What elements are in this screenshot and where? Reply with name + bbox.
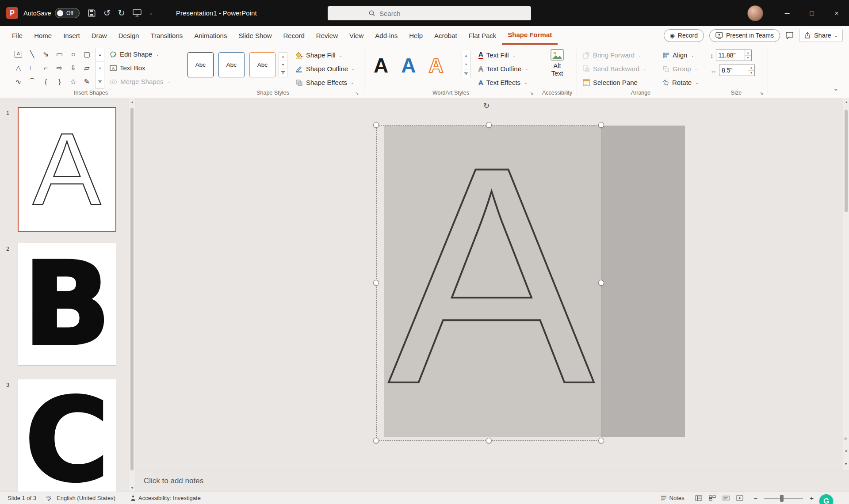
normal-view-button[interactable] <box>695 495 702 501</box>
bring-forward-button[interactable]: Bring Forward ⌄ <box>583 48 646 62</box>
tab-home[interactable]: Home <box>28 26 57 45</box>
tab-insert[interactable]: Insert <box>57 26 86 45</box>
tab-help[interactable]: Help <box>403 26 428 45</box>
previous-slide-button[interactable]: « <box>843 436 849 441</box>
text-box-button[interactable]: A Text Box <box>110 61 170 75</box>
shape-style-preview-3[interactable]: Abc <box>249 52 275 77</box>
gallery-up-icon[interactable]: ▴ <box>462 51 470 60</box>
tab-slide-show[interactable]: Slide Show <box>233 26 277 45</box>
merge-shapes-button[interactable]: Merge Shapes ⌄ <box>110 75 170 88</box>
gallery-down-icon[interactable]: ▾ <box>279 61 287 69</box>
thumbnail-scrollbar-thumb[interactable] <box>130 108 134 470</box>
wordart-preview-2[interactable]: A <box>401 55 416 76</box>
tab-design[interactable]: Design <box>113 26 145 45</box>
canvas-scroll-down-icon[interactable]: ▾ <box>843 461 849 466</box>
shape-fill-button[interactable]: Shape Fill ⌄ <box>295 48 355 62</box>
tab-shape-format[interactable]: Shape Format <box>502 26 558 45</box>
redo-icon[interactable]: ↻ <box>118 9 125 17</box>
resize-handle-top-center[interactable] <box>486 122 492 128</box>
maximize-button[interactable]: □ <box>799 0 824 26</box>
gallery-down-icon[interactable]: ▾ <box>96 61 104 75</box>
shape-style-preview-2[interactable]: Abc <box>218 52 245 77</box>
present-in-teams-button[interactable]: Present in Teams <box>709 29 780 42</box>
spell-check-button[interactable]: abc <box>46 495 53 501</box>
shape-styles-dialog-launcher-icon[interactable]: ↘ <box>355 91 359 95</box>
rounded-rectangle-shape-icon[interactable]: ▢ <box>84 51 90 58</box>
gallery-down-icon[interactable]: ▾ <box>462 60 470 69</box>
language-indicator[interactable]: English (United States) <box>57 495 115 501</box>
resize-handle-middle-right[interactable] <box>598 280 604 286</box>
edit-shape-button[interactable]: Edit Shape ⌄ <box>110 47 170 61</box>
comments-icon[interactable] <box>785 31 794 39</box>
left-brace-shape-icon[interactable]: { <box>45 79 47 85</box>
line-shape-icon[interactable]: ╲ <box>30 51 34 58</box>
width-step-up-icon[interactable]: ▲ <box>748 65 754 70</box>
tab-record[interactable]: Record <box>277 26 310 45</box>
zoom-out-button[interactable]: − <box>753 494 757 502</box>
gallery-more-icon[interactable]: ▾ <box>96 75 104 88</box>
shape-height-input[interactable] <box>716 50 745 61</box>
record-button[interactable]: ◉ Record <box>664 29 704 42</box>
wordart-preview-1[interactable]: A <box>374 55 388 76</box>
thumb-scroll-down-icon[interactable]: ▾ <box>129 486 135 490</box>
canvas-scroll-up-icon[interactable]: ▴ <box>843 100 849 104</box>
minimize-button[interactable]: ─ <box>775 0 799 26</box>
resize-handle-top-right[interactable] <box>598 122 604 128</box>
gallery-more-icon[interactable]: ▾ <box>279 69 287 77</box>
alt-text-button[interactable]: Alt Text <box>543 48 571 77</box>
zoom-in-button[interactable]: + <box>810 494 814 502</box>
slideshow-view-button[interactable] <box>736 495 743 501</box>
triangle-shape-icon[interactable]: △ <box>15 65 21 72</box>
resize-handle-top-left[interactable] <box>373 122 379 128</box>
width-step-down-icon[interactable]: ▼ <box>748 70 754 76</box>
slide-indicator[interactable]: Slide 1 of 3 <box>8 495 36 501</box>
share-button[interactable]: Share ⌄ <box>799 29 843 42</box>
rectangle-shape-icon[interactable]: ▭ <box>56 51 63 58</box>
undo-icon[interactable]: ↺ <box>103 9 111 17</box>
zoom-slider-thumb[interactable] <box>780 495 784 502</box>
shape-outline-button[interactable]: Shape Outline ⌄ <box>295 62 355 76</box>
resize-handle-middle-left[interactable] <box>373 280 379 286</box>
next-slide-button[interactable]: « <box>843 448 849 454</box>
resize-handle-bottom-right[interactable] <box>598 438 604 443</box>
close-button[interactable]: × <box>824 0 849 26</box>
text-box-shape-icon[interactable]: A <box>15 51 22 57</box>
right-arrow-shape-icon[interactable]: ⇨ <box>57 65 62 72</box>
canvas-scrollbar[interactable]: ▴ <box>843 98 849 470</box>
shape-style-preview-1[interactable]: Abc <box>187 52 214 77</box>
tab-view[interactable]: View <box>344 26 369 45</box>
user-avatar[interactable] <box>747 5 763 21</box>
tab-acrobat[interactable]: Acrobat <box>428 26 463 45</box>
tab-draw[interactable]: Draw <box>86 26 113 45</box>
search-input[interactable] <box>379 10 503 17</box>
group-button[interactable]: Group ⌄ <box>662 62 699 76</box>
align-button[interactable]: Align ⌄ <box>662 48 699 62</box>
parallelogram-shape-icon[interactable]: ▱ <box>84 65 89 72</box>
slide-canvas[interactable]: A ↻ ▴ « « ▾ <box>135 98 849 470</box>
gallery-more-icon[interactable]: ▾ <box>462 69 470 78</box>
text-outline-button[interactable]: A Text Outline ⌄ <box>478 62 528 76</box>
send-backward-button[interactable]: Send Backward ⌄ <box>583 62 646 76</box>
gallery-up-icon[interactable]: ▴ <box>96 48 104 61</box>
shape-effects-button[interactable]: Shape Effects ⌄ <box>295 76 355 89</box>
oval-shape-icon[interactable]: ○ <box>71 51 76 58</box>
reading-view-button[interactable] <box>723 495 730 501</box>
resize-handle-bottom-left[interactable] <box>373 438 379 443</box>
arc-shape-icon[interactable]: ⌒ <box>29 78 36 85</box>
powerpoint-logo-icon[interactable]: P <box>6 7 18 19</box>
rotate-button[interactable]: Rotate ⌄ <box>662 76 699 89</box>
elbow-connector-shape-icon[interactable]: ∟ <box>29 65 36 72</box>
tab-animations[interactable]: Animations <box>188 26 233 45</box>
height-step-down-icon[interactable]: ▼ <box>745 55 751 61</box>
size-dialog-launcher-icon[interactable]: ↘ <box>760 91 763 95</box>
slide-thumbnail-2[interactable]: B <box>18 243 116 366</box>
text-fill-button[interactable]: A Text Fill ⌄ <box>478 48 528 62</box>
canvas-scrollbar-thumb[interactable] <box>845 110 848 212</box>
notes-pane[interactable]: Click to add notes <box>135 470 849 492</box>
slide-thumbnail-1[interactable]: A <box>18 107 116 232</box>
rotation-handle-icon[interactable]: ↻ <box>482 101 491 111</box>
width-stepper[interactable]: ▲ ▼ <box>748 65 755 76</box>
shape-width-input[interactable] <box>719 65 748 76</box>
wordart-dialog-launcher-icon[interactable]: ↘ <box>530 91 533 95</box>
customize-qat-chevron-icon[interactable]: ⌄ <box>149 10 153 16</box>
